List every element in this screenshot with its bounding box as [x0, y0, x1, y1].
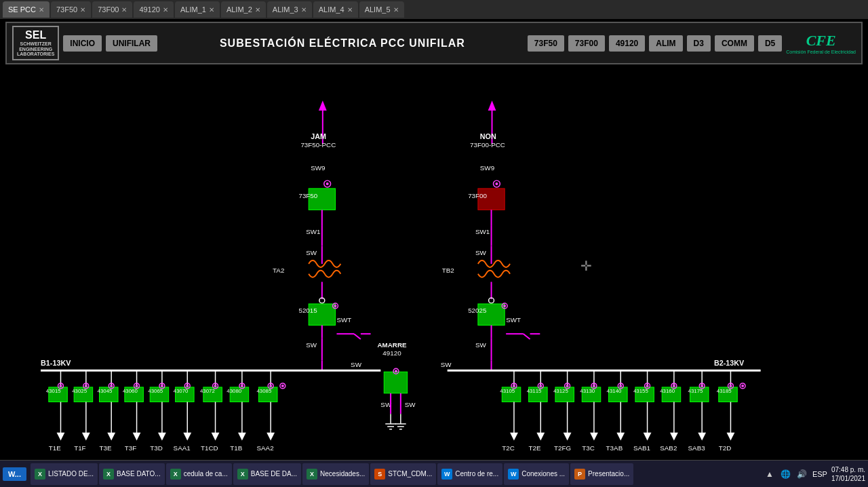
svg-marker-103: [107, 433, 115, 441]
sel-brand: SEL: [25, 29, 46, 41]
svg-text:43025: 43025: [72, 388, 87, 394]
close-tab-icon[interactable]: ✕: [393, 6, 399, 14]
svg-point-133: [214, 385, 217, 387]
svg-text:T2FG: T2FG: [554, 444, 571, 452]
page-title: SUBESTACIÓN ELÉCTRICA PCC UNIFILAR: [220, 37, 465, 49]
tab-73f50[interactable]: 73F50 ✕: [51, 1, 91, 18]
close-tab-icon[interactable]: ✕: [347, 6, 353, 14]
svg-text:SAB2: SAB2: [660, 444, 677, 452]
taskbar-listado[interactable]: X LISTADO DE...: [31, 463, 98, 485]
svg-text:T1B: T1B: [230, 444, 242, 452]
svg-text:SW: SW: [475, 249, 487, 256]
svg-text:43072: 43072: [200, 388, 215, 394]
svg-text:TB2: TB2: [442, 267, 454, 274]
nav-d5-button[interactable]: D5: [758, 35, 782, 52]
network-icon[interactable]: 🌐: [780, 468, 792, 480]
svg-marker-30: [488, 100, 496, 111]
close-tab-icon[interactable]: ✕: [39, 6, 44, 14]
tab-49120[interactable]: 49120 ✕: [134, 1, 174, 18]
taskbar-centro[interactable]: W Centro de re...: [437, 463, 502, 485]
svg-text:SW: SW: [405, 401, 416, 408]
taskbar-conexiones[interactable]: W Conexiones ...: [504, 463, 569, 485]
svg-point-68: [395, 370, 397, 372]
nav-unifilar-button[interactable]: UNIFILAR: [106, 35, 157, 52]
nav-inicio-button[interactable]: INICIO: [63, 35, 102, 52]
svg-point-191: [619, 385, 622, 387]
taskbar-cedula[interactable]: X cedula de ca...: [166, 463, 232, 485]
tab-se-pcc[interactable]: SE PCC ✕: [3, 1, 50, 18]
svg-line-24: [354, 334, 361, 339]
svg-marker-177: [564, 433, 572, 441]
tab-alim1[interactable]: ALIM_1 ✕: [175, 1, 220, 18]
svg-text:TA2: TA2: [273, 267, 284, 274]
svg-text:SAA2: SAA2: [257, 444, 274, 452]
svg-text:43070: 43070: [174, 388, 189, 394]
tab-alim4[interactable]: ALIM_4 ✕: [313, 1, 358, 18]
svg-text:43125: 43125: [553, 388, 568, 394]
svg-line-53: [524, 334, 530, 339]
svg-text:43115: 43115: [527, 388, 542, 394]
tab-alim2[interactable]: ALIM_2 ✕: [221, 1, 266, 18]
date-label: 17/01/2021: [831, 474, 865, 483]
close-tab-icon[interactable]: ✕: [163, 6, 168, 14]
taskbar-stcm[interactable]: S STCM_CDM...: [370, 463, 436, 485]
close-tab-icon[interactable]: ✕: [121, 6, 127, 14]
tab-alim5[interactable]: ALIM_5 ✕: [359, 1, 404, 18]
svg-text:43060: 43060: [123, 388, 138, 394]
start-button[interactable]: W...: [3, 467, 26, 481]
excel-icon: X: [237, 469, 248, 480]
svg-point-141: [241, 385, 243, 387]
svg-point-159: [513, 385, 515, 387]
svg-point-223: [729, 385, 732, 387]
diagram-area: JAM 73F50-PCC SW9 73F50 SW1 SW TA2 52015: [0, 67, 868, 461]
svg-marker-95: [82, 433, 90, 441]
close-tab-icon[interactable]: ✕: [209, 6, 214, 14]
svg-text:SW: SW: [351, 361, 362, 368]
svg-point-20: [334, 305, 337, 307]
taskbar-baseda[interactable]: X BASE DE DA...: [233, 463, 301, 485]
nav-49120-button[interactable]: 49120: [609, 35, 645, 52]
svg-marker-119: [158, 433, 166, 441]
svg-text:T3C: T3C: [582, 444, 595, 452]
cfe-logo: CFE Comisión Federal de Electricidad: [786, 32, 856, 54]
excel-icon: X: [103, 469, 114, 480]
nav-73f50-button[interactable]: 73F50: [528, 35, 564, 52]
svg-text:43160: 43160: [660, 388, 675, 394]
svg-text:SW1: SW1: [475, 228, 490, 235]
taskbar-presentacion[interactable]: P Presentacio...: [570, 463, 633, 485]
svg-text:43130: 43130: [580, 388, 595, 394]
svg-text:43065: 43065: [148, 388, 163, 394]
close-tab-icon[interactable]: ✕: [80, 6, 85, 14]
svg-text:SW: SW: [475, 341, 487, 349]
windows-icon: W: [508, 469, 519, 480]
nav-73f00-button[interactable]: 73F00: [568, 35, 605, 52]
svg-rect-66: [384, 372, 407, 393]
svg-text:B1-13KV: B1-13KV: [41, 359, 71, 367]
taskbar: W... X LISTADO DE... X BASE DATO... X ce…: [0, 460, 868, 487]
sel-subtitle: SCHWEITZERENGINEERINGLABORATORIES: [17, 41, 54, 57]
svg-point-149: [269, 385, 272, 387]
chevron-up-icon[interactable]: ▲: [764, 468, 776, 480]
svg-text:43185: 43185: [717, 388, 732, 394]
svg-text:SW: SW: [306, 249, 317, 256]
svg-text:NON: NON: [480, 132, 496, 140]
svg-point-175: [566, 385, 569, 387]
svg-text:T1CD: T1CD: [201, 444, 218, 452]
nav-comm-button[interactable]: COMM: [715, 35, 754, 52]
svg-text:SWT: SWT: [506, 316, 521, 324]
svg-text:T2D: T2D: [719, 444, 732, 452]
tab-73f00[interactable]: 73F00 ✕: [92, 1, 132, 18]
svg-text:43080: 43080: [226, 388, 241, 394]
close-tab-icon[interactable]: ✕: [301, 6, 307, 14]
taskbar-necesidades[interactable]: X Necesidades...: [302, 463, 369, 485]
cfe-brand: CFE: [806, 32, 836, 50]
volume-icon[interactable]: 🔊: [796, 468, 808, 480]
svg-marker-185: [590, 433, 598, 441]
nav-d3-button[interactable]: D3: [687, 35, 711, 52]
nav-alim-button[interactable]: ALIM: [649, 35, 682, 52]
tab-alim3[interactable]: ALIM_3 ✕: [267, 1, 312, 18]
close-tab-icon[interactable]: ✕: [255, 6, 260, 14]
svg-text:SAA1: SAA1: [174, 444, 191, 452]
taskbar-basedato[interactable]: X BASE DATO...: [99, 463, 165, 485]
ppt-icon: P: [574, 469, 585, 480]
